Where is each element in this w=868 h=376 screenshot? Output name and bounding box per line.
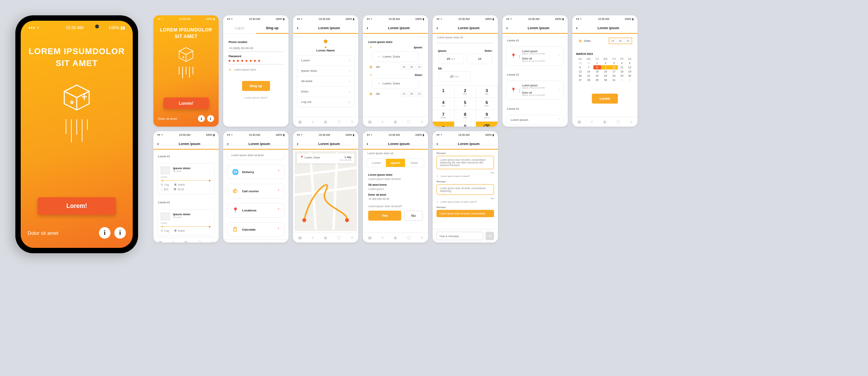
date-picker[interactable]: 260619 (401, 64, 423, 69)
splash-screen: ▮▮ ᯤ10:30 AM100% ▮ LOREM IPSUMDOLORSIT A… (153, 15, 219, 127)
menu-item[interactable]: Dolor› (297, 87, 354, 97)
package-icon (161, 167, 170, 174)
plane-icon: ✈ (368, 73, 374, 77)
key-1[interactable]: 1 (433, 86, 455, 98)
chevron-right-icon: › (349, 59, 350, 63)
pin-icon: 📍 (511, 53, 516, 59)
info-button-2[interactable]: i (114, 227, 126, 239)
screens-grid: ▮▮ ᯤ10:30 AM100% ▮ LOREM IPSUMDOLORSIT A… (153, 15, 637, 242)
date-display[interactable]: 260619 (609, 38, 632, 44)
status-time: 10:30 AM (66, 25, 83, 30)
order-card[interactable]: Ipsum dolorSit amet Lorem ⚖ 2 kg▣ 8x4x5 … (157, 163, 215, 194)
tracking-screen: ▮▮ ᯤ10:30 AM100% ▮ ‹Lorem ipsum Lorem #1… (502, 15, 568, 127)
chevron-down-icon: ˅ (278, 170, 280, 174)
delivery-icon: 🌐 (232, 169, 238, 175)
menu-item[interactable]: Lorem› (297, 56, 354, 66)
value-input[interactable]: 25 cm (438, 54, 464, 64)
action-locations[interactable]: 📍Locations˅ (227, 203, 285, 218)
chevron-up-icon: ˄ (558, 54, 560, 58)
confirm-date-button[interactable]: Lorem (592, 94, 618, 104)
nav-box-icon[interactable]: ⬡ (337, 119, 341, 124)
svg-point-3 (183, 56, 184, 58)
svg-point-4 (302, 218, 306, 222)
no-button[interactable]: No (404, 211, 423, 221)
action-delivery[interactable]: 🌐Delivery˅ (227, 165, 285, 179)
signup-screen: ▮▮ ᯤ10:30 AM100% ▮ Log in Sing up Phone … (223, 15, 288, 127)
nav-bag-icon[interactable]: ▣ (298, 119, 302, 124)
primary-cta-button[interactable]: Lorem! (163, 97, 209, 109)
motion-trails (21, 119, 133, 142)
primary-cta-button[interactable]: Lorem! (38, 197, 116, 215)
package-icon (59, 81, 94, 115)
from-field[interactable]: ⌖ Lorem, Dolor (372, 51, 419, 62)
info-button-2[interactable]: i (207, 115, 214, 122)
auth-tabs: Log in Sing up (223, 23, 288, 34)
splash-screen-large: ▮▮▮ ᯤ 10:30 AM 100% ▮▮ LOREM IPSUMDOLORS… (21, 21, 133, 248)
tab-signup[interactable]: Sing up (256, 23, 288, 34)
message-input[interactable] (436, 232, 483, 240)
logout-item[interactable]: Log out⎋ (297, 97, 354, 107)
splash-footer: Dolor sit amet i i (21, 227, 133, 248)
plane-icon: ✈ (368, 46, 374, 49)
to-field[interactable]: ⌖ Lorem, Dolor (372, 78, 419, 89)
calendar[interactable]: MARCH 2019 SUMOTUWETHFRSA 303112345 6789… (572, 48, 637, 84)
svg-point-5 (345, 218, 349, 222)
password-input[interactable] (229, 60, 283, 62)
signup-button[interactable]: Sing up (242, 81, 270, 91)
info-button-1[interactable]: i (198, 115, 205, 122)
menu-item[interactable]: Sit amet› (297, 76, 354, 87)
search-input[interactable] (227, 150, 285, 160)
map-info-card: 📍 Lorem, Dolor 1 day3 hr 24 min (297, 153, 354, 163)
nav-pin-icon[interactable]: ⌖ (311, 119, 314, 124)
chat-bubble: Lorem ipsum dolor sit amet, consectetuer… (436, 156, 494, 169)
send-button[interactable]: ➤ (486, 232, 494, 240)
action-call[interactable]: ✆Call courier˅ (227, 184, 285, 198)
status-bar: ▮▮▮ ᯤ 10:30 AM 100% ▮▮ (21, 21, 133, 35)
route-arrow (161, 180, 211, 181)
app-title: LOREM IPSUMDOLORSIT AMET (21, 46, 133, 69)
motion-trails (153, 67, 219, 78)
measure-screen: ▮▮ ᯤ10:30 AM100% ▮ ‹Lorem ipsum Lorem ip… (433, 15, 498, 127)
calc-icon: 🗒 (232, 226, 238, 233)
numeric-keypad: 1 2ABC 3DEF 4GHI 5JKL 6MNO 7PQRS 8TUV 9W… (433, 86, 498, 127)
yes-button[interactable]: Yes (368, 211, 401, 221)
chevron-down-icon: ˅ (558, 118, 560, 122)
status-bar: ▮▮ ᯤ10:30 AM100% ▮ (153, 15, 219, 23)
nav-menu-icon[interactable]: ≡ (351, 119, 353, 124)
tab-login[interactable]: Log in (223, 23, 256, 34)
remember-checkbox[interactable]: ✔Lorem ipsum dolor (229, 68, 283, 72)
pin-icon: 📍 (232, 207, 238, 213)
nav-user-icon[interactable]: ◉ (324, 119, 328, 124)
menu-item[interactable]: Ipsum dolor› (297, 66, 354, 76)
package-icon (176, 45, 196, 64)
user-name: Lorem Name (293, 49, 358, 52)
signal-icon: ▮▮▮ ᯤ (28, 25, 41, 30)
logout-icon: ⎋ (348, 100, 350, 104)
chat-screen: ▮▮ ᯤ10:30 AM100% ▮ ‹Lorem ipsum Manager … (433, 131, 498, 242)
svg-point-0 (71, 101, 73, 103)
phone-label: Phone number (229, 41, 283, 43)
forgot-link[interactable]: Lorem ipsum dolor? (223, 96, 288, 99)
back-button[interactable]: ‹ (297, 25, 298, 31)
action-calculate[interactable]: 🗒Calculate˅ (227, 222, 285, 237)
phone-input[interactable] (229, 45, 283, 52)
unit-segment[interactable]: inchcmfoot (436, 43, 494, 43)
orders-screen: ▮▮ ᯤ10:30 AM100% ▮ ‹Lorem ipsum Lorem #1… (153, 131, 219, 242)
map-screen: ▮▮ ᯤ10:30 AM100% ▮ ‹Lorem ipsum 📍 Lorem,… (293, 131, 358, 242)
services-screen: ▮▮ ᯤ10:30 AM100% ▮ ‹Lorem ipsum 🌐Deliver… (223, 131, 288, 242)
info-button-1[interactable]: i (99, 227, 110, 239)
avatar-icon: ●▲ (293, 36, 358, 49)
profile-menu: Lorem› Ipsum dolor› Sit amet› Dolor› Log… (297, 55, 354, 107)
app-title: LOREM IPSUMDOLORSIT AMET (153, 27, 219, 40)
key-minus[interactable]: − (433, 122, 455, 127)
track-card[interactable]: 📍 Lorem ipsumMarch 14 at 14:16 PM Dolor … (506, 46, 564, 66)
bottom-nav: ▣⌖◉⬡≡ (293, 117, 358, 127)
key-backspace[interactable]: ⌫ (476, 122, 498, 127)
status-battery: 100% ▮▮ (109, 25, 125, 30)
phone-mockup: ▮▮▮ ᯤ 10:30 AM 100% ▮▮ LOREM IPSUMDOLORS… (15, 15, 138, 253)
calendar-screen: ▮▮ ᯤ10:30 AM100% ▮ ‹Lorem ipsum ▦ Date: … (572, 15, 637, 127)
route-screen: ▮▮ ᯤ10:30 AM100% ▮ ‹Lorem ipsum Lorem ip… (363, 15, 428, 127)
password-label: Password (229, 55, 283, 58)
type-segment[interactable]: LoremIpsumDolor (367, 158, 424, 167)
map-view[interactable]: 📍 Lorem, Dolor 1 day3 hr 24 min (295, 151, 357, 231)
